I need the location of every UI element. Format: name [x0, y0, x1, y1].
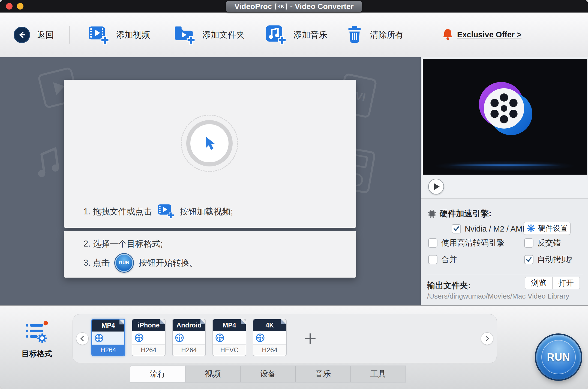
format-card-mp4-h264[interactable]: MP4 H264: [91, 319, 125, 356]
fold-corner: [281, 319, 286, 324]
merge-label: 合并: [441, 254, 457, 265]
preview-panel: [423, 59, 587, 175]
scroll-left-button[interactable]: [76, 332, 89, 345]
gear-icon: [527, 224, 535, 233]
back-icon: [14, 27, 30, 43]
add-video-icon: [88, 24, 109, 46]
minimize-button[interactable]: [17, 3, 23, 10]
exclusive-offer-link[interactable]: Exclusive Offer >: [442, 28, 521, 42]
format-category-tabs: 流行 视频 设备 音乐 工具: [130, 366, 406, 382]
add-music-button[interactable]: 添加音乐: [265, 24, 327, 46]
reel-icon: [94, 333, 104, 343]
play-button[interactable]: [428, 179, 444, 194]
4k-badge: 4K: [275, 3, 287, 11]
output-path: /Users/dingwumao/Movies/Mac Video Librar…: [427, 292, 569, 300]
drop-circle: [186, 120, 233, 166]
target-format-icon: [25, 320, 49, 344]
bottom-panel: 目标格式 MP4 H264 iPhone: [0, 305, 588, 389]
fold-corner: [119, 320, 124, 324]
add-video-label: 添加视频: [116, 29, 150, 41]
tab-music[interactable]: 音乐: [295, 366, 351, 382]
clear-all-button[interactable]: 清除所有: [346, 25, 404, 44]
auto-copy-label: 自动拷贝: [537, 254, 569, 265]
add-format-button[interactable]: [301, 330, 319, 347]
back-label: 返回: [37, 29, 54, 41]
tab-tools[interactable]: 工具: [350, 366, 406, 382]
videoproc-logo: [471, 76, 539, 145]
add-folder-icon: [174, 24, 195, 46]
add-folder-label: 添加文件夹: [202, 29, 245, 41]
reel-icon: [215, 333, 224, 342]
format-card-4k-h264[interactable]: 4K H264: [253, 319, 287, 356]
output-folder-buttons: 浏览 打开: [525, 277, 580, 289]
add-folder-button[interactable]: 添加文件夹: [174, 24, 245, 46]
bell-icon: [442, 28, 453, 42]
format-card-android-h264[interactable]: Android H264: [172, 319, 206, 356]
clear-all-label: 清除所有: [370, 29, 404, 41]
toolbar-divider: [69, 26, 70, 44]
scroll-right-button[interactable]: [481, 332, 493, 345]
play-icon: [434, 183, 440, 190]
reel-icon: [256, 333, 265, 342]
format-card-body: [173, 331, 205, 344]
hardware-title-label: 硬件加速引擎:: [440, 208, 491, 219]
reel-icon: [175, 333, 184, 342]
cursor-icon: [202, 135, 217, 151]
main-stage: AVI 1. 拖拽文件或点击: [0, 57, 419, 305]
merge-checkbox[interactable]: [428, 255, 437, 264]
run-badge-icon: RUN: [115, 254, 133, 272]
step1-suffix: 按钮加载视频;: [180, 206, 233, 217]
format-card-body: [253, 331, 286, 344]
chevron-right-icon: [484, 336, 489, 341]
open-button[interactable]: 打开: [552, 277, 580, 289]
trash-icon: [346, 25, 363, 44]
hardware-settings-button[interactable]: 硬件设置: [524, 222, 571, 235]
back-button[interactable]: 返回: [14, 27, 54, 43]
format-card-body: [132, 331, 165, 344]
preview-controls: [421, 175, 588, 199]
steps-panel: 2. 选择一个目标格式; 3. 点击 RUN 按钮开始转换。: [64, 231, 356, 278]
inline-add-video-icon: [157, 202, 174, 221]
titlebar: VideoProc 4K - Video Converter: [0, 0, 588, 13]
format-card-codec: H264: [92, 345, 124, 355]
target-format-header: 目标格式: [11, 320, 63, 359]
step1-text: 1. 拖拽文件或点击 按钮加载视频;: [83, 202, 233, 221]
format-strip: MP4 H264 iPhone H264: [73, 314, 497, 363]
run-button-label: RUN: [541, 340, 576, 374]
hardware-section-title: 硬件加速引擎:: [427, 208, 491, 219]
side-panel: 硬件加速引擎: Nvidia / M2 / AMD 硬件设置 使用高清转码引擎: [421, 57, 588, 305]
plus-icon: [310, 333, 311, 344]
format-card-iphone-h264[interactable]: iPhone H264: [132, 319, 166, 356]
logo-reflection: [446, 164, 563, 166]
tab-device[interactable]: 设备: [240, 366, 296, 382]
add-music-label: 添加音乐: [293, 29, 327, 41]
close-button[interactable]: [6, 3, 13, 10]
tab-video[interactable]: 视频: [185, 366, 241, 382]
hd-engine-option: 使用高清转码引擎: [428, 238, 505, 248]
drop-target-circle[interactable]: [181, 115, 238, 172]
hd-engine-checkbox[interactable]: [428, 238, 437, 248]
drop-zone[interactable]: 1. 拖拽文件或点击 按钮加载视频;: [64, 80, 356, 228]
toolbar: 返回 添加视频: [0, 13, 588, 57]
step3-prefix: 3. 点击: [83, 257, 110, 269]
deinterlace-checkbox[interactable]: [524, 238, 533, 248]
step1-prefix: 1. 拖拽文件或点击: [83, 206, 152, 217]
format-card-body: [213, 331, 246, 344]
auto-copy-checkbox[interactable]: [524, 255, 533, 264]
browse-button[interactable]: 浏览: [525, 277, 553, 289]
gpu-checkbox[interactable]: [452, 224, 461, 233]
tab-popular[interactable]: 流行: [130, 366, 185, 382]
step3-text: 3. 点击 RUN 按钮开始转换。: [83, 254, 198, 272]
format-card-mp4-hevc[interactable]: MP4 HEVC: [212, 319, 246, 356]
run-button[interactable]: RUN: [536, 335, 581, 379]
format-card-codec: H264: [173, 344, 205, 355]
format-card-codec: HEVC: [213, 344, 246, 355]
hd-engine-label: 使用高清转码引擎: [441, 238, 505, 248]
help-icon[interactable]: ?: [567, 255, 572, 265]
add-music-icon: [265, 24, 286, 46]
gpu-label: Nvidia / M2 / AMD: [465, 224, 528, 233]
merge-option: 合并: [428, 254, 457, 265]
add-video-button[interactable]: 添加视频: [88, 24, 150, 46]
format-card-codec: H264: [132, 344, 165, 355]
reel-icon: [134, 333, 144, 342]
